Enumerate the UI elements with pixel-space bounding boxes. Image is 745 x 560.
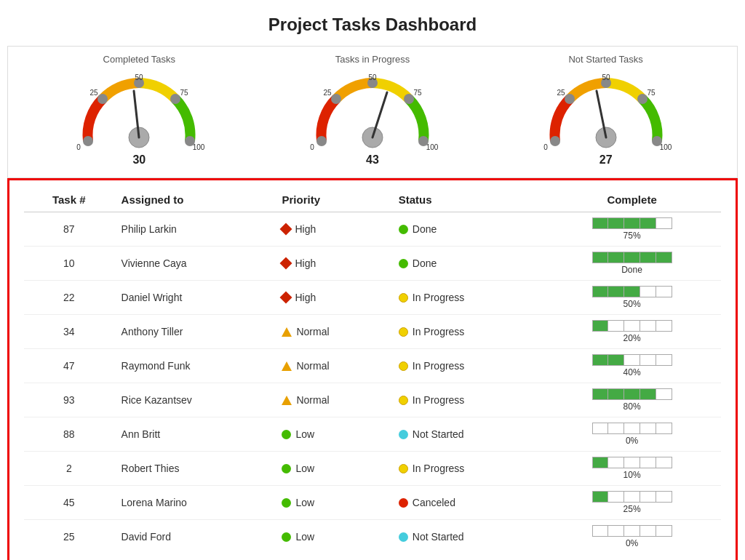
- svg-text:0: 0: [77, 143, 81, 151]
- priority-label: Normal: [296, 326, 329, 337]
- bar-segment: [624, 389, 640, 399]
- bar-segment: [656, 457, 672, 468]
- assigned-name: Lorena Marino: [114, 486, 275, 520]
- progress-label: 0%: [626, 538, 638, 548]
- diamond-icon: [280, 257, 292, 270]
- complete-cell: 40%: [543, 349, 721, 383]
- svg-text:0: 0: [310, 143, 314, 151]
- status-cell: In Progress: [391, 281, 543, 315]
- priority-label: Low: [295, 497, 314, 508]
- progress-bar: [592, 252, 672, 263]
- svg-text:100: 100: [659, 143, 671, 151]
- task-number: 10: [24, 247, 114, 281]
- priority-cell: High: [274, 281, 391, 315]
- status-dot: [399, 532, 408, 542]
- status-dot: [399, 430, 408, 439]
- progress-label: 80%: [624, 401, 641, 412]
- bar-segment: [640, 252, 656, 263]
- bar-segment: [640, 389, 656, 399]
- svg-text:50: 50: [368, 73, 377, 81]
- status-label: Done: [413, 223, 437, 235]
- svg-text:75: 75: [180, 89, 189, 97]
- complete-cell: Done: [543, 247, 721, 281]
- table-row: 34Anthony TillerNormalIn Progress20%: [24, 315, 721, 349]
- svg-text:0: 0: [543, 143, 548, 151]
- assigned-name: Robert Thies: [114, 452, 275, 486]
- col-status: Status: [391, 188, 543, 212]
- status-label: In Progress: [413, 326, 465, 337]
- col-complete: Complete: [543, 188, 721, 212]
- bar-segment: [624, 423, 640, 433]
- col-task-num: Task #: [24, 188, 114, 212]
- table-row: 87Philip LarkinHighDone75%: [24, 212, 721, 247]
- triangle-icon: [282, 396, 292, 405]
- bar-segment: [608, 321, 624, 331]
- bar-segment: [640, 218, 656, 228]
- progress-bar-wrapper: 0%: [550, 525, 714, 548]
- progress-bar-wrapper: 20%: [550, 320, 714, 343]
- status-dot: [399, 259, 408, 268]
- table-row: 45Lorena MarinoLowCanceled25%: [24, 486, 721, 520]
- bar-segment: [656, 321, 672, 331]
- table-row: 25David FordLowNot Started0%: [24, 520, 721, 554]
- bar-segment: [593, 423, 609, 433]
- status-label: In Progress: [413, 360, 465, 372]
- progress-label: 25%: [624, 504, 641, 514]
- bar-segment: [640, 526, 656, 536]
- complete-cell: 25%: [543, 486, 721, 520]
- circle-icon: [282, 430, 291, 439]
- bar-segment: [624, 526, 640, 536]
- progress-bar-wrapper: Done: [550, 252, 714, 275]
- progress-bar-wrapper: 80%: [550, 388, 714, 412]
- status-label: Not Started: [413, 428, 464, 440]
- assigned-name: David Ford: [114, 520, 275, 554]
- progress-bar-wrapper: 25%: [550, 491, 714, 514]
- progress-bar-wrapper: 50%: [550, 286, 714, 309]
- svg-text:25: 25: [557, 89, 565, 97]
- priority-cell: Low: [274, 486, 391, 520]
- bar-segment: [656, 252, 672, 263]
- gauge-inprogress-value: 43: [366, 153, 379, 167]
- task-number: 88: [24, 417, 114, 452]
- task-number: 93: [24, 383, 114, 417]
- circle-icon: [282, 498, 291, 508]
- svg-point-25: [565, 94, 575, 104]
- bar-segment: [608, 526, 624, 536]
- bar-segment: [656, 492, 672, 502]
- bar-segment: [593, 492, 609, 502]
- bar-segment: [656, 218, 672, 228]
- progress-label: 50%: [624, 299, 641, 309]
- table-row: 10Vivienne CayaHighDoneDone: [24, 247, 721, 281]
- priority-cell: High: [274, 247, 391, 281]
- bar-segment: [593, 526, 609, 536]
- assigned-name: Rice Kazantsev: [114, 383, 275, 417]
- bar-segment: [593, 321, 609, 331]
- bar-segment: [593, 355, 609, 365]
- priority-label: Normal: [296, 360, 329, 372]
- gauge-notstarted-value: 27: [599, 153, 613, 167]
- priority-label: High: [295, 223, 316, 235]
- priority-cell: Normal: [274, 315, 391, 349]
- priority-label: Low: [295, 531, 314, 543]
- task-number: 22: [24, 281, 114, 315]
- complete-cell: 0%: [543, 417, 721, 452]
- bar-segment: [640, 321, 656, 331]
- status-cell: In Progress: [391, 383, 543, 417]
- task-number: 2: [24, 452, 114, 486]
- svg-point-1: [97, 94, 108, 104]
- status-cell: Canceled: [391, 486, 543, 520]
- svg-text:75: 75: [647, 89, 656, 97]
- progress-bar: [592, 354, 672, 366]
- status-cell: In Progress: [391, 315, 543, 349]
- svg-point-12: [316, 136, 327, 146]
- table-header-row: Task # Assigned to Priority Status Compl…: [24, 188, 721, 212]
- status-label: Canceled: [413, 497, 455, 508]
- progress-bar: [592, 491, 672, 503]
- table-row: 88Ann BrittLowNot Started0%: [24, 417, 721, 452]
- priority-cell: Low: [274, 417, 391, 452]
- bar-segment: [593, 252, 609, 263]
- table-row: 2Robert ThiesLowIn Progress10%: [24, 452, 721, 486]
- svg-text:50: 50: [602, 73, 610, 81]
- svg-point-3: [170, 94, 180, 104]
- priority-label: Normal: [296, 394, 329, 406]
